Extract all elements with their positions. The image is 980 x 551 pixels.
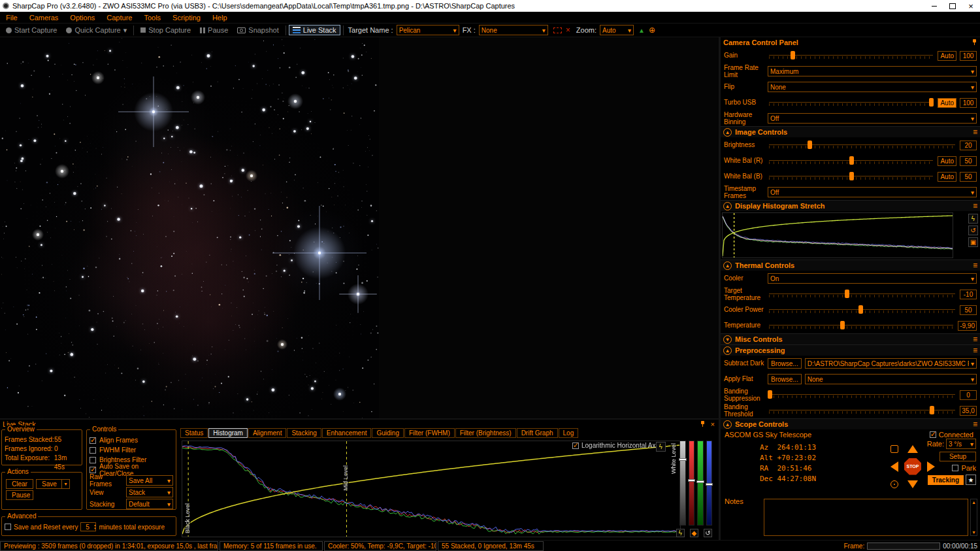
target-name-select[interactable]: Pelican	[397, 25, 459, 35]
checkbox-icon[interactable]	[930, 431, 936, 438]
menu-capture[interactable]: Capture	[101, 14, 138, 22]
section-display-histogram-stretch[interactable]: Display Histogram Stretch	[721, 200, 980, 211]
quick-capture-button[interactable]: Quick Capture	[62, 25, 131, 36]
section-menu-icon[interactable]	[973, 335, 977, 344]
scroll-up-icon[interactable]	[972, 499, 975, 505]
checkbox-icon[interactable]	[952, 465, 958, 471]
turbo-usb-auto-button[interactable]: Auto	[938, 98, 956, 108]
banding-threshold-slider-handle[interactable]	[930, 406, 934, 414]
tracking-button[interactable]: Tracking	[928, 475, 964, 485]
timestamp-frames-select[interactable]: Off	[768, 187, 977, 197]
tab-status[interactable]: Status	[180, 428, 208, 438]
section-scope-controls[interactable]: Scope Controls	[721, 418, 980, 429]
gain-value[interactable]: 100	[960, 51, 977, 61]
notes-scrollbar[interactable]	[970, 499, 977, 536]
maximize-button[interactable]	[943, 0, 962, 12]
tab-alignment[interactable]: Alignment	[248, 428, 286, 438]
log-axis-checkbox[interactable]: Logarithmic Horizontal Axis	[572, 442, 661, 449]
close-button[interactable]	[962, 0, 980, 12]
white-bal-b-value[interactable]: 50	[960, 172, 977, 182]
pause-button[interactable]: Pause	[196, 25, 232, 35]
temperature-slider-handle[interactable]	[840, 321, 845, 329]
close-icon[interactable]	[711, 420, 715, 428]
spin-down-icon[interactable]	[94, 527, 96, 530]
cooler-power-slider[interactable]	[768, 305, 956, 315]
clear-button[interactable]: Clear	[6, 479, 33, 489]
turbo-usb-slider-handle[interactable]	[929, 98, 934, 107]
white-bal-r-slider[interactable]	[768, 156, 934, 166]
reticle-icon[interactable]	[649, 25, 655, 35]
notes-input[interactable]	[764, 499, 968, 536]
white-bal-r-value[interactable]: 50	[960, 156, 977, 166]
view-select[interactable]: Stack	[126, 487, 173, 497]
subtract-dark-select[interactable]: D:\ASTRO\SharpCap Captures\darks\ZWO ASI…	[805, 358, 977, 369]
section-preprocessing[interactable]: Preprocessing	[721, 344, 980, 356]
clear-selection-icon[interactable]: ×	[566, 25, 570, 35]
white-bal-b-auto-button[interactable]: Auto	[938, 172, 956, 182]
banding-threshold-slider[interactable]	[768, 405, 956, 416]
banding-suppression-slider[interactable]	[768, 390, 956, 400]
menu-tools[interactable]: Tools	[138, 14, 167, 22]
tab-filter-brightness[interactable]: Filter (Brightness)	[455, 428, 516, 438]
pause-stack-button[interactable]: Pause	[6, 490, 33, 500]
section-misc-controls[interactable]: Misc Controls	[721, 333, 980, 344]
banding-threshold-value[interactable]: 35,0	[960, 406, 977, 416]
hardware-binning-select[interactable]: Off	[768, 113, 977, 124]
section-menu-icon[interactable]	[973, 261, 977, 270]
tab-filter-fwhm[interactable]: Filter (FWHM)	[404, 428, 455, 438]
stop-capture-button[interactable]: Stop Capture	[137, 25, 195, 35]
live-stack-button[interactable]: Live Stack	[289, 25, 340, 35]
pin-icon[interactable]	[700, 421, 706, 427]
scroll-down-icon[interactable]	[972, 529, 975, 535]
section-image-controls[interactable]: Image Controls	[721, 126, 980, 137]
snapshot-button[interactable]: Snapshot	[233, 25, 282, 35]
target-temperature-slider[interactable]	[768, 289, 956, 299]
align-frames-checkbox[interactable]: Align Frames	[90, 435, 173, 445]
gain-auto-button[interactable]: Auto	[938, 51, 956, 61]
white-bal-r-auto-button[interactable]: Auto	[938, 156, 956, 166]
cooler-select[interactable]: On	[768, 273, 977, 284]
start-capture-button[interactable]: Start Capture	[2, 25, 61, 35]
frame-rate-select[interactable]: Maximum	[768, 66, 977, 76]
target-temperature-value[interactable]: -10	[960, 290, 977, 299]
luminance-level-slider[interactable]	[679, 441, 686, 526]
reset-levels-icon[interactable]	[704, 529, 712, 537]
apply-stretch-icon[interactable]	[690, 529, 698, 537]
auto-stretch-icon[interactable]	[676, 529, 685, 537]
reset-stretch-icon[interactable]	[968, 225, 978, 235]
histogram-toggle-icon[interactable]	[638, 27, 645, 34]
temperature-slider[interactable]	[768, 320, 955, 331]
stretch-histogram[interactable]	[722, 212, 953, 258]
turbo-usb-slider[interactable]	[768, 97, 934, 108]
apply-flat-browse-button[interactable]: Browse...	[768, 374, 802, 384]
selection-area-icon[interactable]	[553, 27, 562, 33]
tab-drift-graph[interactable]: Drift Graph	[517, 428, 558, 438]
menu-cameras[interactable]: Cameras	[24, 14, 65, 22]
apply-flat-select[interactable]: None	[805, 374, 977, 384]
tab-guiding[interactable]: Guiding	[372, 428, 403, 438]
tab-enhancement[interactable]: Enhancement	[322, 428, 372, 438]
gain-slider-handle[interactable]	[791, 51, 795, 59]
auto-stretch-icon[interactable]	[656, 442, 666, 452]
blue-level-slider[interactable]	[706, 441, 713, 526]
save-reset-checkbox[interactable]	[5, 524, 11, 530]
scope-setup-button[interactable]: Setup	[939, 452, 976, 461]
scope-connected-checkbox[interactable]: Connected	[930, 431, 973, 439]
save-stretch-icon[interactable]	[968, 237, 978, 247]
menu-options[interactable]: Options	[64, 14, 101, 22]
white-bal-r-slider-handle[interactable]	[849, 156, 854, 165]
green-level-slider[interactable]	[697, 441, 704, 526]
minutes-stepper[interactable]: 5	[80, 522, 96, 531]
pin-icon[interactable]	[972, 39, 977, 46]
red-level-slider[interactable]	[689, 441, 695, 526]
section-thermal-controls[interactable]: Thermal Controls	[721, 259, 980, 271]
park-checkbox[interactable]: Park	[952, 464, 976, 472]
fx-select[interactable]: None	[479, 25, 548, 35]
gain-slider[interactable]	[768, 50, 934, 61]
menu-scripting[interactable]: Scripting	[167, 14, 206, 22]
white-bal-b-slider-handle[interactable]	[849, 172, 854, 180]
white-bal-b-slider[interactable]	[768, 171, 934, 182]
menu-file[interactable]: File	[0, 14, 24, 22]
target-temperature-slider-handle[interactable]	[845, 290, 849, 298]
star-icon[interactable]	[966, 475, 976, 485]
